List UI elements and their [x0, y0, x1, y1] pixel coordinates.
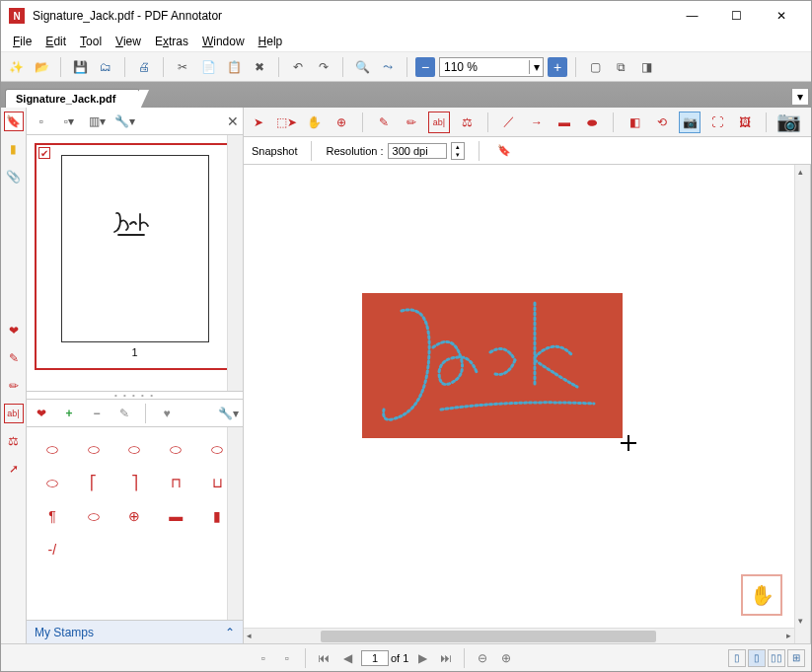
stamp-tool-icon[interactable]: ⚖: [4, 431, 24, 451]
arrow-icon[interactable]: →: [526, 112, 548, 133]
new-icon[interactable]: ✨: [5, 56, 27, 78]
save-all-icon[interactable]: 🗂: [95, 56, 116, 78]
vertical-scrollbar[interactable]: [794, 165, 810, 643]
stamp-item[interactable]: -/: [37, 538, 68, 561]
stamp-settings-icon[interactable]: 🔧▾: [217, 403, 239, 424]
resolution-input[interactable]: [388, 143, 447, 159]
stamp-item[interactable]: ▬: [160, 504, 191, 528]
stamp-item[interactable]: ⬭: [160, 437, 191, 461]
ellipse-icon[interactable]: ⬬: [581, 112, 603, 133]
add-stamp-icon[interactable]: +: [58, 403, 80, 424]
copy-icon[interactable]: 📄: [197, 56, 219, 78]
close-panel-icon[interactable]: ✕: [227, 113, 239, 129]
prev-page-icon[interactable]: ◀: [337, 648, 357, 668]
tag-icon[interactable]: 🔖: [493, 140, 515, 162]
view-two-page-icon[interactable]: ▯▯: [768, 649, 785, 667]
next-page-icon[interactable]: ▶: [412, 648, 432, 668]
pen-tool-icon[interactable]: ✎: [4, 348, 24, 368]
pan-floating-button[interactable]: ✋: [741, 574, 782, 616]
stamp-item[interactable]: ⎡: [78, 471, 110, 494]
marker-tool-icon[interactable]: ✏: [4, 376, 24, 396]
zoom-tool-icon[interactable]: ⊕: [331, 112, 352, 133]
search-icon[interactable]: 🔍: [351, 56, 373, 78]
zoom-out-button[interactable]: −: [415, 57, 435, 77]
stamps-scrollbar[interactable]: [227, 427, 243, 620]
view-options-icon[interactable]: ▥▾: [86, 111, 108, 132]
single-page-icon[interactable]: ▢: [584, 56, 606, 78]
first-page-icon[interactable]: ⏮: [314, 648, 333, 668]
pan-tool-icon[interactable]: ✋: [303, 112, 325, 133]
thumbnail-checkbox[interactable]: ✔: [38, 147, 50, 159]
eraser-icon[interactable]: ◧: [624, 112, 645, 133]
print-icon[interactable]: 🖨: [133, 56, 155, 78]
last-page-icon[interactable]: ⏭: [436, 648, 456, 668]
image-icon[interactable]: 🖼: [734, 112, 756, 133]
stamp-item[interactable]: ¶: [37, 504, 68, 528]
tab-overflow-button[interactable]: ▾: [791, 88, 809, 106]
page-number-input[interactable]: [361, 650, 389, 666]
menu-extras[interactable]: Extras: [149, 33, 194, 50]
menu-edit[interactable]: Edit: [39, 33, 72, 50]
page-icon[interactable]: ▫: [254, 648, 273, 668]
resolution-spinner[interactable]: ▴▾: [451, 142, 465, 160]
cut-icon[interactable]: ✂: [172, 56, 193, 78]
close-button[interactable]: ✕: [759, 2, 803, 30]
snapshot-selection[interactable]: [362, 293, 623, 438]
stamp-item[interactable]: ⊕: [119, 504, 151, 528]
menu-view[interactable]: View: [110, 33, 147, 50]
pen-icon[interactable]: ✎: [373, 112, 395, 133]
view-continuous-icon[interactable]: ▯: [748, 649, 766, 667]
menu-help[interactable]: Help: [253, 33, 289, 50]
stamp-item[interactable]: ⬭: [78, 437, 110, 461]
notes-tab-icon[interactable]: ▮: [4, 139, 24, 159]
stamp-item[interactable]: ⎤: [119, 471, 151, 494]
favorite-stamp-icon[interactable]: ❤: [31, 403, 52, 424]
stamp-item[interactable]: ⬭: [119, 437, 151, 461]
stamps-category-bar[interactable]: My Stamps ⌃: [27, 620, 243, 643]
thumbnail-scrollbar[interactable]: [227, 135, 243, 391]
edit-stamp-icon[interactable]: ✎: [113, 403, 135, 424]
page-icon-2[interactable]: ▫: [277, 648, 297, 668]
text-tool-icon[interactable]: ab|: [4, 404, 24, 423]
open-icon[interactable]: 📂: [31, 56, 52, 78]
two-page-icon[interactable]: ◨: [635, 56, 657, 78]
highlighter-icon[interactable]: ✏: [401, 112, 422, 133]
rectangle-icon[interactable]: ▬: [554, 112, 575, 133]
undo-icon[interactable]: ↶: [287, 56, 309, 78]
redo-icon[interactable]: ↷: [313, 56, 334, 78]
settings-icon[interactable]: 🔧▾: [113, 111, 135, 132]
paste-icon[interactable]: 📋: [223, 56, 245, 78]
maximize-button[interactable]: ☐: [714, 2, 759, 30]
heart-filter-icon[interactable]: ♥: [156, 403, 178, 424]
pointer-tool-icon[interactable]: ➤: [248, 112, 269, 133]
capture-icon[interactable]: 📷: [776, 110, 801, 133]
menu-window[interactable]: Window: [196, 33, 251, 50]
snapshot-tool-icon[interactable]: 📷: [679, 112, 701, 133]
lasso-icon[interactable]: ⟲: [651, 112, 673, 133]
select-tool-icon[interactable]: ⬚➤: [275, 112, 297, 133]
zoom-in-button[interactable]: +: [548, 57, 567, 77]
panel-splitter[interactable]: • • • • •: [27, 392, 243, 400]
horizontal-scrollbar[interactable]: [244, 628, 794, 643]
continuous-icon[interactable]: ⧉: [610, 56, 631, 78]
attachments-tab-icon[interactable]: 📎: [4, 167, 24, 187]
nav-back-icon[interactable]: ⊖: [473, 648, 492, 668]
stamp-item[interactable]: ⬭: [37, 437, 68, 461]
view-single-icon[interactable]: ▯: [728, 649, 746, 667]
view-grid-icon[interactable]: ⊞: [787, 649, 805, 667]
favorites-icon[interactable]: ❤: [4, 321, 24, 340]
page-thumbnail[interactable]: 1: [35, 143, 235, 370]
menu-tool[interactable]: Tool: [74, 33, 108, 50]
crop-icon[interactable]: ⛶: [706, 112, 728, 133]
bookmark-tab-icon[interactable]: 🔖: [4, 112, 24, 131]
nav-forward-icon[interactable]: ⊕: [496, 648, 516, 668]
stamp-item[interactable]: ⬭: [37, 471, 68, 494]
page-options-icon[interactable]: ▫▾: [58, 111, 80, 132]
document-tab[interactable]: Signature_Jack.pdf: [5, 89, 140, 108]
save-icon[interactable]: 💾: [69, 56, 91, 78]
scrollbar-thumb[interactable]: [321, 631, 656, 642]
stamp-icon[interactable]: ⚖: [456, 112, 478, 133]
zoom-dropdown-icon[interactable]: ▾: [529, 60, 543, 74]
zoom-combo[interactable]: ▾: [439, 57, 544, 77]
stamp-item[interactable]: ⊓: [160, 471, 191, 494]
